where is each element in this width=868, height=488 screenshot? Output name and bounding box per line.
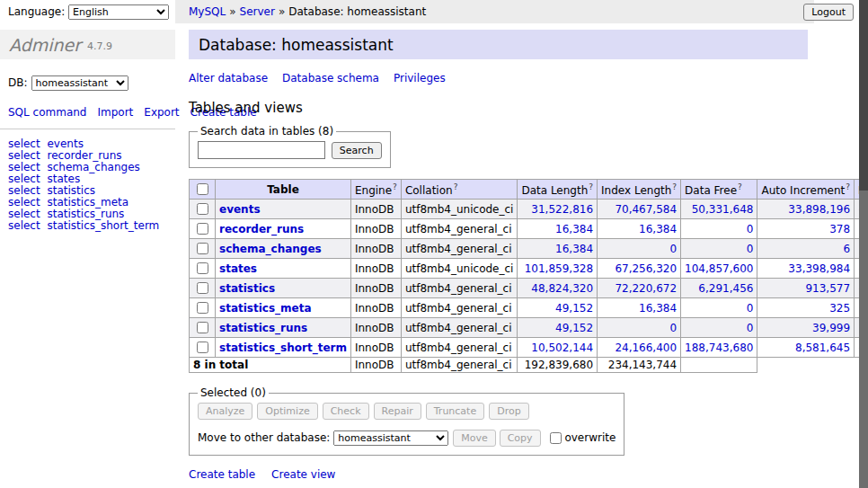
- data-free-value[interactable]: 50,331,648: [692, 203, 754, 216]
- table-link[interactable]: schema_changes: [219, 243, 322, 255]
- table-link[interactable]: recorder_runs: [219, 223, 304, 235]
- data-length-value[interactable]: 16,384: [555, 223, 593, 235]
- data-free-value[interactable]: 6,291,456: [698, 282, 753, 295]
- index-length-value[interactable]: 67,256,320: [615, 262, 677, 275]
- select-link[interactable]: select: [8, 208, 40, 220]
- help-marker[interactable]: ?: [454, 182, 458, 191]
- breadcrumb: MySQL»Server»Database: homeassistant: [175, 0, 814, 23]
- privileges-link[interactable]: Privileges: [394, 72, 446, 84]
- select-link[interactable]: select: [8, 161, 40, 173]
- overwrite-label: overwrite: [564, 431, 616, 444]
- row-checkbox[interactable]: [197, 322, 208, 333]
- row-checkbox[interactable]: [197, 342, 208, 353]
- auto-increment-value[interactable]: 39,999: [812, 322, 850, 334]
- help-marker[interactable]: ?: [738, 182, 742, 191]
- auto-increment-value[interactable]: 6: [843, 243, 850, 255]
- select-link[interactable]: select: [8, 196, 40, 209]
- row-checkbox[interactable]: [197, 262, 208, 274]
- logout-button[interactable]: Logout: [803, 4, 854, 21]
- move-button: Move: [453, 430, 496, 447]
- auto-increment-value[interactable]: 8,581,645: [795, 342, 850, 354]
- search-input[interactable]: [198, 141, 325, 159]
- sidebar-link-import[interactable]: Import: [97, 106, 133, 119]
- index-length-value[interactable]: 0: [669, 243, 677, 255]
- select-link[interactable]: select: [8, 184, 40, 197]
- language-select[interactable]: English: [68, 4, 169, 20]
- data_free-cell: 50,331,648: [681, 200, 757, 219]
- data-length-value[interactable]: 49,152: [555, 322, 593, 334]
- data-length-value[interactable]: 16,384: [555, 243, 593, 255]
- overwrite-checkbox[interactable]: [550, 432, 562, 444]
- table-name-link[interactable]: statistics_meta: [47, 196, 128, 209]
- name-cell: statistics: [216, 279, 351, 298]
- move-db-select[interactable]: homeassistant: [333, 430, 448, 446]
- data-free-value[interactable]: 104,857,600: [685, 262, 753, 275]
- data-length-value[interactable]: 10,502,144: [531, 342, 593, 354]
- select-link[interactable]: select: [8, 149, 40, 162]
- alter-database-link[interactable]: Alter database: [189, 72, 268, 84]
- index-length-value[interactable]: 24,166,400: [615, 342, 677, 354]
- table-link[interactable]: statistics_short_term: [219, 342, 347, 354]
- db-select[interactable]: homeassistant: [31, 75, 128, 91]
- help-marker[interactable]: ?: [846, 182, 850, 191]
- sidebar-link-sql-command[interactable]: SQL command: [8, 106, 86, 119]
- create-table-link[interactable]: Create table: [189, 468, 255, 481]
- scrollbar[interactable]: [859, 0, 868, 488]
- help-marker[interactable]: ?: [672, 182, 677, 191]
- table-name-link[interactable]: recorder_runs: [47, 149, 121, 162]
- data-length-value[interactable]: 101,859,328: [525, 262, 593, 275]
- index-length-value[interactable]: 16,384: [639, 302, 677, 315]
- auto-increment-value[interactable]: 33,898,196: [788, 203, 850, 216]
- database-schema-link[interactable]: Database schema: [282, 72, 379, 84]
- row-checkbox[interactable]: [197, 223, 208, 235]
- table-name-link[interactable]: states: [47, 173, 80, 185]
- index-length-value[interactable]: 70,467,584: [615, 203, 677, 216]
- search-button[interactable]: Search: [332, 142, 382, 159]
- select-link[interactable]: select: [8, 219, 40, 232]
- breadcrumb-item[interactable]: MySQL: [189, 5, 226, 18]
- table-name-link[interactable]: events: [47, 138, 83, 150]
- select-link[interactable]: select: [8, 138, 40, 150]
- table-operations: AnalyzeOptimizeCheckRepairTruncateDrop: [198, 403, 616, 420]
- sidebar-link-export[interactable]: Export: [144, 106, 179, 119]
- db-action-links: Alter databaseDatabase schemaPrivileges: [189, 72, 808, 84]
- data-length-value[interactable]: 48,824,320: [531, 282, 593, 295]
- data-free-value[interactable]: 0: [747, 302, 754, 315]
- row-checkbox[interactable]: [197, 282, 208, 294]
- breadcrumb-separator: »: [229, 5, 235, 18]
- table-name-link[interactable]: schema_changes: [47, 161, 139, 173]
- table-link[interactable]: statistics_meta: [219, 302, 312, 315]
- index-length-value[interactable]: 16,384: [639, 223, 677, 235]
- table-name-link[interactable]: statistics_short_term: [47, 219, 159, 232]
- select-all-checkbox[interactable]: [197, 183, 208, 195]
- data-length-value[interactable]: 31,522,816: [531, 203, 593, 216]
- row-checkbox[interactable]: [197, 203, 208, 215]
- auto-increment-value[interactable]: 378: [829, 223, 850, 235]
- select-link[interactable]: select: [8, 173, 40, 185]
- breadcrumb-item[interactable]: Server: [240, 5, 275, 18]
- auto-increment-value[interactable]: 913,577: [805, 282, 850, 295]
- create-view-link[interactable]: Create view: [271, 468, 335, 481]
- help-marker[interactable]: ?: [393, 182, 397, 191]
- data-free-value[interactable]: 0: [747, 243, 754, 255]
- data-length-value[interactable]: 49,152: [555, 302, 593, 315]
- data_free-cell: 0: [681, 318, 757, 338]
- index-length-value[interactable]: 0: [669, 322, 677, 334]
- table-link[interactable]: statistics: [219, 282, 275, 295]
- help-marker[interactable]: ?: [589, 182, 593, 191]
- row-checkbox[interactable]: [197, 243, 208, 254]
- auto-increment-value[interactable]: 325: [829, 302, 850, 315]
- scrollbar-thumb[interactable]: [859, 0, 868, 191]
- data-free-value[interactable]: 188,743,680: [685, 342, 753, 354]
- table-link[interactable]: events: [219, 203, 261, 216]
- table-link[interactable]: statistics_runs: [219, 322, 307, 334]
- data-free-value[interactable]: 0: [747, 322, 754, 334]
- table-name-link[interactable]: statistics: [47, 184, 95, 197]
- table-link[interactable]: states: [219, 262, 257, 275]
- index-length-value[interactable]: 72,220,672: [615, 282, 677, 295]
- language-control: Language: English: [0, 0, 177, 24]
- row-checkbox[interactable]: [197, 302, 208, 314]
- table-name-link[interactable]: statistics_runs: [47, 208, 124, 220]
- auto-increment-value[interactable]: 33,398,984: [788, 262, 850, 275]
- data-free-value[interactable]: 0: [747, 223, 754, 235]
